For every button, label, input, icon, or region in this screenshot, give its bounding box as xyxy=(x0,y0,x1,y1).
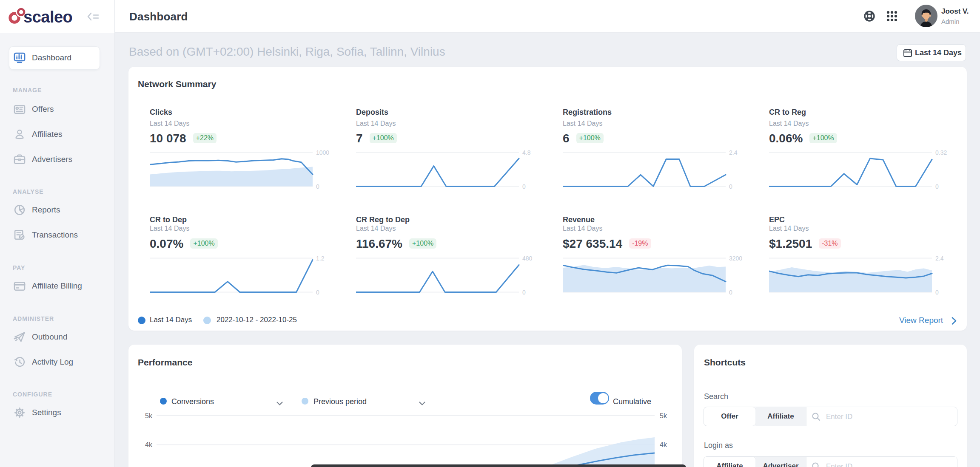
svg-text:0: 0 xyxy=(522,183,526,190)
svg-text:0: 0 xyxy=(522,289,526,296)
svg-text:0: 0 xyxy=(316,289,319,296)
svg-text:4k: 4k xyxy=(145,441,153,448)
svg-text:5k: 5k xyxy=(145,412,153,419)
svg-text:0: 0 xyxy=(935,289,939,296)
svg-text:4.8: 4.8 xyxy=(522,150,531,156)
svg-text:3200: 3200 xyxy=(729,255,742,262)
svg-text:4k: 4k xyxy=(660,441,667,448)
svg-text:1.2: 1.2 xyxy=(316,255,325,262)
svg-text:1000: 1000 xyxy=(316,150,329,156)
svg-text:0: 0 xyxy=(935,183,939,190)
svg-text:2.4: 2.4 xyxy=(935,255,944,262)
svg-text:5k: 5k xyxy=(660,412,667,419)
svg-text:0: 0 xyxy=(729,183,732,190)
svg-text:0.32: 0.32 xyxy=(935,150,947,156)
svg-text:0: 0 xyxy=(316,183,319,190)
svg-text:2.4: 2.4 xyxy=(729,150,738,156)
svg-text:0: 0 xyxy=(729,289,732,296)
svg-text:480: 480 xyxy=(522,255,533,262)
